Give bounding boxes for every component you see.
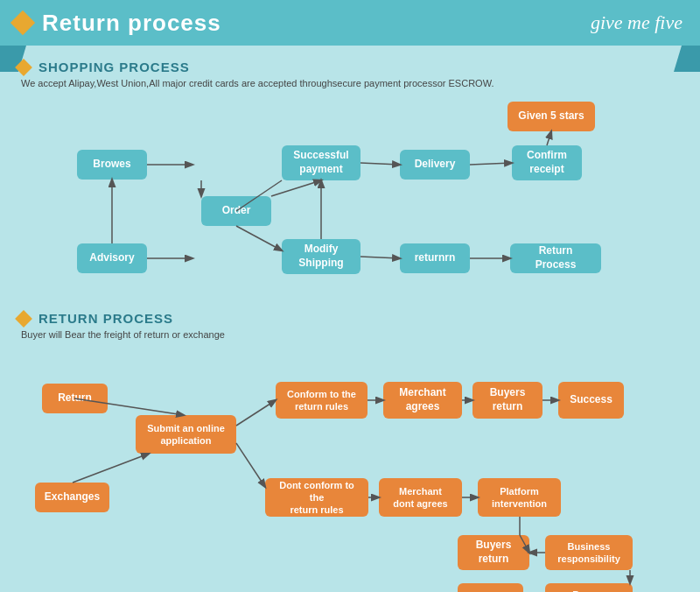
svg-line-8 (236, 226, 282, 250)
box-successful-payment: Successfulpayment (282, 145, 360, 180)
svg-line-15 (236, 443, 265, 487)
svg-line-14 (236, 400, 276, 426)
box-business-responsibility: Businessresponsibility (545, 535, 633, 570)
box-order: Order (201, 196, 271, 226)
svg-line-6 (547, 131, 551, 145)
box-success: Success (558, 382, 624, 419)
box-returnrn: returnrn (400, 243, 470, 273)
return-section-header: RETURN PROCESS (18, 311, 682, 326)
box-confirm-receipt: Confirmreceipt (512, 145, 582, 180)
shopping-flow: Browes Successfulpayment Delivery Confir… (18, 97, 682, 307)
svg-line-10 (360, 257, 400, 258)
box-delivery: Delivery (400, 150, 470, 180)
box-submit-online: Submit an onlineapplication (136, 415, 236, 454)
box-return-process: Return Process (510, 243, 601, 273)
svg-line-5 (470, 163, 512, 165)
shopping-section-header: SHOPPING PROCESS (18, 60, 682, 74)
box-modify-shipping: ModifyShipping (282, 239, 360, 274)
header-logo: give me five (591, 11, 682, 34)
box-exchanges: Exchanges (35, 483, 109, 512)
svg-line-4 (360, 163, 400, 165)
header-title: Return process (42, 10, 221, 37)
svg-line-3 (271, 180, 321, 196)
header-diamond (10, 11, 35, 35)
box-failure: Failure (458, 583, 523, 592)
return-desc: Buyer will Bear the freight of return or… (21, 329, 682, 340)
box-merchant-dont: Merchantdont agrees (379, 478, 462, 517)
box-return: Return (42, 384, 108, 413)
shopping-diamond (15, 59, 32, 76)
box-conform-rules: Conform to thereturn rules (276, 382, 368, 419)
box-browes: Browes (77, 150, 147, 180)
box-buyers-return2: Buyersreturn (458, 535, 529, 570)
shopping-title: SHOPPING PROCESS (38, 60, 190, 74)
box-given-5-stars: Given 5 stars (508, 102, 595, 131)
svg-line-16 (73, 454, 149, 483)
box-platform-intervention: Platformintervention (478, 478, 561, 517)
box-buyers-return1: Buyersreturn (472, 382, 542, 419)
box-dont-conform: Dont conform to thereturn rules (265, 478, 368, 517)
return-diamond (15, 310, 32, 328)
header: Return process give me five (0, 0, 700, 46)
box-buyers-responsibility: Buyersresponsibility (545, 583, 633, 592)
return-title: RETURN PROCESS (38, 311, 173, 326)
shopping-desc: We accept Alipay,West Union,All major cr… (21, 78, 682, 88)
return-flow: Return Submit an onlineapplication Excha… (18, 349, 682, 592)
box-advisory: Advisory (77, 243, 147, 273)
box-merchant-agrees: Merchantagrees (383, 382, 462, 419)
